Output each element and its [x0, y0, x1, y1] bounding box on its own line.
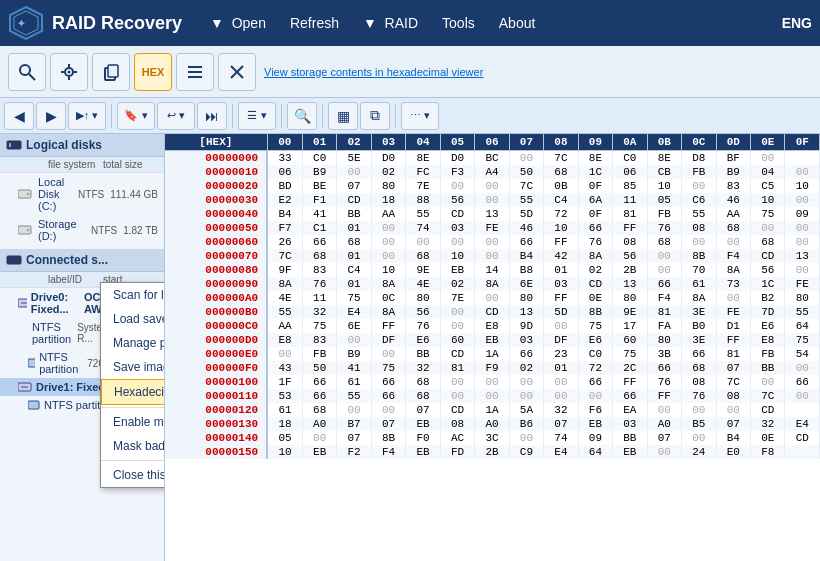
hex-cell[interactable]: 7C — [544, 151, 578, 166]
hex-cell[interactable] — [785, 445, 820, 459]
hex-cell[interactable]: BB — [337, 207, 371, 221]
hex-cell[interactable]: 00 — [509, 389, 543, 403]
list-button[interactable] — [176, 53, 214, 91]
hex-cell[interactable]: EA — [613, 403, 647, 417]
hex-cell[interactable]: F6 — [578, 403, 612, 417]
hex-cell[interactable]: EB — [578, 417, 612, 431]
hex-cell[interactable]: A0 — [302, 417, 336, 431]
hex-cell[interactable]: 68 — [302, 249, 336, 263]
hex-cell[interactable]: 00 — [544, 389, 578, 403]
hex-cell[interactable]: CD — [440, 347, 474, 361]
hex-cell[interactable]: 02 — [509, 361, 543, 375]
hex-cell[interactable]: 46 — [716, 193, 750, 207]
hex-cell[interactable]: EB — [406, 445, 440, 459]
hex-cell[interactable]: 56 — [406, 305, 440, 319]
hex-cell[interactable]: 00 — [337, 403, 371, 417]
hex-cell[interactable]: B9 — [302, 165, 336, 179]
hex-cell[interactable]: 68 — [647, 235, 681, 249]
hex-cell[interactable]: A0 — [475, 417, 509, 431]
hex-cell[interactable]: CD — [751, 249, 785, 263]
hex-cell[interactable]: 02 — [371, 165, 405, 179]
hex-cell[interactable]: 11 — [613, 193, 647, 207]
hex-cell[interactable]: 00 — [682, 235, 716, 249]
hex-cell[interactable]: F1 — [302, 193, 336, 207]
hex-cell[interactable]: 00 — [302, 431, 336, 445]
hex-cell[interactable]: 81 — [440, 361, 474, 375]
hex-cell[interactable]: 80 — [371, 179, 405, 193]
nav-goto-button[interactable]: ▶↑ ▾ — [68, 102, 106, 130]
ctx-close[interactable]: Close this storage — [101, 463, 165, 487]
hex-cell[interactable]: 5D — [509, 207, 543, 221]
hex-cell[interactable]: 8E — [647, 151, 681, 166]
hex-cell[interactable]: 00 — [509, 431, 543, 445]
hex-cell[interactable]: CD — [475, 305, 509, 319]
hex-cell[interactable]: 41 — [302, 207, 336, 221]
hex-cell[interactable]: 66 — [302, 375, 336, 389]
ctx-manage[interactable]: Manage partitions or regions — [101, 331, 165, 355]
hex-cell[interactable]: 75 — [302, 319, 336, 333]
hex-cell[interactable]: 7C — [751, 389, 785, 403]
hex-cell[interactable]: 8B — [682, 249, 716, 263]
hex-cell[interactable]: 6E — [509, 277, 543, 291]
hex-cell[interactable]: D8 — [682, 151, 716, 166]
hex-cell[interactable]: 61 — [267, 403, 302, 417]
hex-cell[interactable]: 01 — [337, 277, 371, 291]
hex-cell[interactable]: 7C — [509, 179, 543, 193]
hex-cell[interactable]: 70 — [682, 263, 716, 277]
hex-cell[interactable]: CD — [785, 431, 820, 445]
hex-cell[interactable]: E8 — [475, 319, 509, 333]
hex-cell[interactable]: 68 — [406, 249, 440, 263]
hex-cell[interactable]: E8 — [267, 333, 302, 347]
hex-cell[interactable]: 50 — [302, 361, 336, 375]
hex-cell[interactable]: 80 — [785, 291, 820, 305]
hex-cell[interactable]: 8B — [578, 305, 612, 319]
hex-cell[interactable]: 02 — [440, 277, 474, 291]
hex-cell[interactable]: 0B — [544, 179, 578, 193]
hex-cell[interactable]: BF — [716, 151, 750, 166]
hex-cell[interactable]: 60 — [613, 333, 647, 347]
hex-cell[interactable]: B5 — [682, 417, 716, 431]
hex-cell[interactable]: EB — [475, 333, 509, 347]
hex-cell[interactable]: 10 — [267, 445, 302, 459]
hex-cell[interactable]: E4 — [785, 417, 820, 431]
hex-cell[interactable]: 64 — [785, 319, 820, 333]
list-button2[interactable]: ☰ ▾ — [238, 102, 276, 130]
hex-cell[interactable]: 00 — [544, 375, 578, 389]
hex-cell[interactable]: 00 — [406, 235, 440, 249]
hex-cell[interactable]: 00 — [647, 445, 681, 459]
hex-cell[interactable]: BC — [475, 151, 509, 166]
hex-cell[interactable]: 00 — [440, 235, 474, 249]
hex-cell[interactable]: 75 — [371, 361, 405, 375]
hex-cell[interactable]: 00 — [440, 319, 474, 333]
hex-cell[interactable]: 10 — [751, 193, 785, 207]
hex-cell[interactable]: 68 — [682, 361, 716, 375]
hex-cell[interactable]: BD — [267, 179, 302, 193]
hex-button[interactable]: HEX — [134, 53, 172, 91]
hex-cell[interactable]: 3C — [475, 431, 509, 445]
hex-cell[interactable]: EB — [406, 417, 440, 431]
hex-cell[interactable]: 00 — [751, 221, 785, 235]
hex-cell[interactable]: 85 — [613, 179, 647, 193]
hex-cell[interactable]: 00 — [440, 389, 474, 403]
hex-cell[interactable]: BB — [751, 361, 785, 375]
hex-cell[interactable]: 68 — [751, 235, 785, 249]
ctx-scan[interactable]: Scan for lost data — [101, 283, 165, 307]
hex-cell[interactable]: 68 — [406, 389, 440, 403]
hex-cell[interactable]: 13 — [785, 249, 820, 263]
menu-raid[interactable]: ▼ RAID — [351, 0, 430, 46]
hex-cell[interactable]: 0F — [578, 207, 612, 221]
hex-cell[interactable]: 53 — [267, 389, 302, 403]
hex-cell[interactable]: 08 — [682, 375, 716, 389]
hex-cell[interactable]: 14 — [475, 263, 509, 277]
hex-cell[interactable]: 00 — [337, 333, 371, 347]
hex-cell[interactable]: 2B — [613, 263, 647, 277]
hex-cell[interactable]: EB — [440, 263, 474, 277]
hex-cell[interactable]: 03 — [509, 333, 543, 347]
hex-cell[interactable]: F4 — [716, 249, 750, 263]
hex-cell[interactable]: 01 — [544, 361, 578, 375]
hex-cell[interactable]: 76 — [406, 319, 440, 333]
hex-cell[interactable]: 00 — [785, 165, 820, 179]
hex-cell[interactable]: 55 — [267, 305, 302, 319]
hex-cell[interactable]: 4E — [406, 277, 440, 291]
hex-cell[interactable]: 73 — [716, 277, 750, 291]
